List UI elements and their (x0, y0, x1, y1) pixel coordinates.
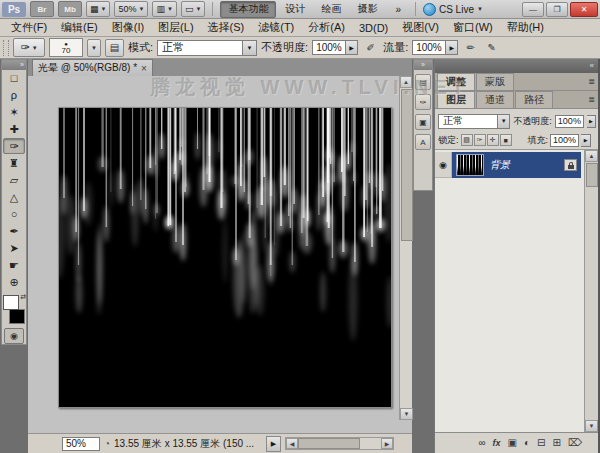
blend-mode-select[interactable]: 正常 ▼ (157, 40, 257, 56)
dock-expand-button[interactable]: » (414, 60, 432, 70)
layer-style-icon[interactable]: fx (493, 439, 501, 448)
pressure-size-icon[interactable]: ✎ (483, 40, 500, 56)
scroll-left-icon[interactable]: ◀ (286, 438, 298, 449)
dock-collapse-button[interactable]: « (435, 59, 598, 73)
character-panel-icon[interactable]: A (415, 134, 431, 150)
lock-pixels-icon[interactable]: ✑ (474, 134, 486, 146)
foreground-color-swatch[interactable] (3, 295, 19, 310)
flow-input[interactable]: 100% ▶ (412, 40, 458, 55)
panel-tab-蒙版[interactable]: 蒙版 (476, 73, 514, 90)
opacity-input[interactable]: 100% ▶ (312, 40, 358, 55)
zoom-level-dropdown[interactable]: 50%▼ (114, 1, 148, 17)
toggle-brush-panel-button[interactable]: ▤ (105, 39, 124, 57)
layer-list-scrollbar[interactable]: ▲ ▼ (584, 150, 598, 432)
vertical-scrollbar[interactable]: ▲ ▼ (399, 76, 412, 420)
chevron-right-icon[interactable]: ▶ (581, 134, 591, 147)
scroll-right-icon[interactable]: ▶ (381, 438, 393, 449)
status-options-button[interactable]: ▶ (266, 436, 281, 452)
scroll-down-icon[interactable]: ▼ (400, 408, 413, 420)
screen-mode-dropdown[interactable]: ▭▼ (181, 1, 205, 17)
eraser-tool[interactable]: ▱ (3, 172, 25, 188)
restore-button[interactable]: ❐ (546, 2, 568, 17)
horizontal-scroll-thumb[interactable] (298, 438, 360, 449)
menu-item[interactable]: 编辑(E) (54, 20, 105, 35)
airbrush-icon[interactable]: ✏ (462, 40, 479, 56)
new-layer-icon[interactable]: ⊞ (552, 438, 560, 448)
workspace-button[interactable]: 基本功能 (220, 1, 276, 18)
panel-tab-通道[interactable]: 通道 (476, 91, 514, 108)
menu-item[interactable]: 分析(A) (301, 20, 352, 35)
cs-live-button[interactable]: CS Live ▼ (423, 3, 483, 16)
menu-item[interactable]: 文件(F) (4, 20, 54, 35)
minimize-button[interactable]: — (522, 2, 544, 17)
new-group-icon[interactable]: ⊟ (537, 438, 545, 448)
close-tab-icon[interactable]: × (141, 63, 147, 74)
layer-thumbnail[interactable] (456, 154, 484, 176)
menu-item[interactable]: 窗口(W) (446, 20, 500, 35)
horizontal-scrollbar[interactable]: ◀ ▶ (285, 437, 394, 450)
rectangular-marquee-tool[interactable]: □ (3, 70, 25, 86)
close-button[interactable]: ✕ (570, 2, 598, 17)
menu-item[interactable]: 帮助(H) (500, 20, 551, 35)
hand-tool[interactable]: ☛ (3, 257, 25, 273)
layer-blend-mode-select[interactable]: 正常 ▼ (438, 114, 510, 129)
mini-bridge-button[interactable]: Mb (58, 1, 82, 17)
adjustment-layer-icon[interactable]: ◐ (524, 438, 530, 448)
add-layer-mask-icon[interactable]: ▣ (508, 438, 517, 448)
menu-item[interactable]: 图层(L) (151, 20, 200, 35)
lock-transparency-icon[interactable]: ▨ (461, 134, 473, 146)
lock-all-icon[interactable]: ■ (500, 134, 512, 146)
brushes-panel-icon[interactable]: ✑ (415, 94, 431, 110)
status-zoom-input[interactable]: 50% (62, 437, 100, 451)
panel-tab-图层[interactable]: 图层 (437, 91, 475, 108)
chevron-right-icon[interactable]: ▶ (587, 115, 596, 128)
panel-tab-调整[interactable]: 调整 (437, 73, 475, 90)
arrange-documents-dropdown[interactable]: ▥▼ (152, 1, 176, 17)
swap-colors-icon[interactable]: ⇄ (20, 293, 26, 301)
image-canvas[interactable] (58, 107, 392, 408)
scroll-up-icon[interactable]: ▲ (585, 150, 598, 162)
bridge-button[interactable]: Br (30, 1, 54, 17)
scroll-thumb[interactable] (586, 163, 598, 187)
menu-item[interactable]: 图像(I) (105, 20, 151, 35)
view-extras-dropdown[interactable]: ▦▼ (86, 1, 110, 17)
pressure-opacity-icon[interactable]: ✐ (362, 40, 379, 56)
clone-source-panel-icon[interactable]: ▣ (415, 114, 431, 130)
layer-opacity-input[interactable]: 100% (555, 115, 584, 128)
vertical-scroll-thumb[interactable] (401, 89, 413, 241)
menu-item[interactable]: 视图(V) (395, 20, 446, 35)
dodge-tool[interactable]: ○ (3, 206, 25, 222)
layer-row-background[interactable]: ◉ 背景 (435, 152, 581, 178)
pen-tool[interactable]: ✒ (3, 223, 25, 239)
delete-layer-icon[interactable]: ⌦ (568, 438, 582, 448)
zoom-tool[interactable]: ⊕ (3, 274, 25, 290)
workspace-button[interactable]: 摄影 (350, 2, 384, 17)
healing-brush-tool[interactable]: ✚ (3, 121, 25, 137)
chevron-down-icon[interactable]: ▼ (87, 39, 101, 57)
lock-position-icon[interactable]: ✛ (487, 134, 499, 146)
panel-tab-路径[interactable]: 路径 (515, 91, 553, 108)
document-tab[interactable]: 光晕 @ 50%(RGB/8) * × (32, 59, 153, 76)
gradient-tool[interactable]: △ (3, 189, 25, 205)
path-select-tool[interactable]: ➤ (3, 240, 25, 256)
brush-tool-preset-button[interactable]: ✑▼ (13, 38, 45, 57)
panel-menu-icon[interactable]: ≣ (588, 77, 595, 86)
selected-layer[interactable]: 背景 (452, 152, 581, 178)
link-layers-icon[interactable]: ∞ (478, 438, 485, 448)
scroll-up-icon[interactable]: ▲ (400, 76, 412, 88)
layer-fill-input[interactable]: 100% (550, 134, 579, 147)
menu-item[interactable]: 选择(S) (201, 20, 252, 35)
history-panel-icon[interactable]: ▤ (415, 74, 431, 90)
magic-wand-tool[interactable]: ✶ (3, 104, 25, 120)
menu-item[interactable]: 滤镜(T) (251, 20, 301, 35)
menu-item[interactable]: 3D(D) (352, 22, 395, 34)
lasso-tool[interactable]: ρ (3, 87, 25, 103)
background-color-swatch[interactable] (9, 309, 25, 324)
layer-visibility-toggle[interactable]: ◉ (435, 152, 452, 178)
workspace-button[interactable]: 绘画 (314, 2, 348, 17)
panel-menu-icon[interactable]: ≣ (588, 95, 595, 104)
workspace-overflow-button[interactable]: » (388, 2, 408, 17)
brush-size-picker[interactable]: ● 70 (49, 38, 83, 57)
toolbox-collapse-button[interactable]: » (2, 60, 26, 70)
workspace-button[interactable]: 设计 (278, 2, 312, 17)
